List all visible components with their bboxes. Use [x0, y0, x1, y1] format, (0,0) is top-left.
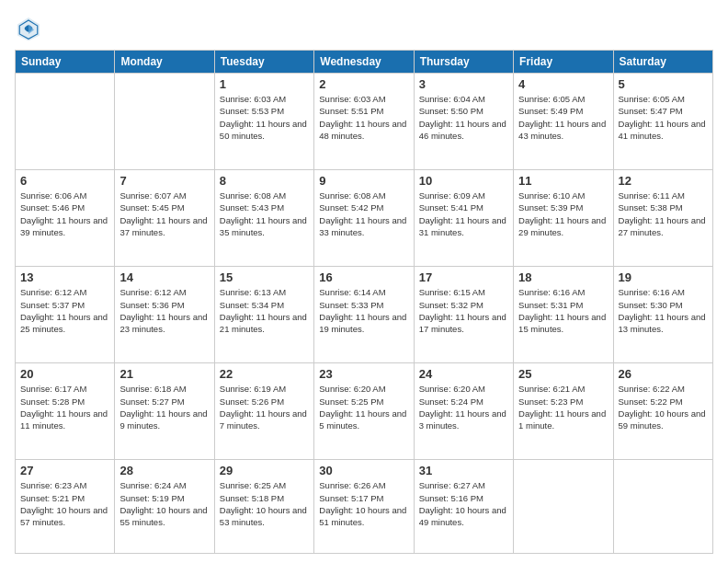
day-info: Sunrise: 6:08 AM Sunset: 5:42 PM Dayligh… — [319, 190, 408, 238]
day-number: 10 — [419, 174, 508, 188]
day-number: 4 — [518, 77, 608, 91]
day-number: 12 — [619, 174, 708, 188]
calendar-cell — [613, 460, 712, 554]
weekday-header: Monday — [115, 51, 214, 74]
day-number: 21 — [119, 367, 209, 381]
calendar-cell: 31Sunrise: 6:27 AM Sunset: 5:16 PM Dayli… — [414, 460, 513, 554]
day-number: 17 — [419, 270, 508, 284]
calendar-cell: 10Sunrise: 6:09 AM Sunset: 5:41 PM Dayli… — [414, 170, 513, 267]
day-info: Sunrise: 6:09 AM Sunset: 5:41 PM Dayligh… — [419, 190, 508, 238]
calendar-cell: 25Sunrise: 6:21 AM Sunset: 5:23 PM Dayli… — [514, 363, 613, 460]
day-number: 25 — [518, 367, 608, 381]
calendar-week-row: 6Sunrise: 6:06 AM Sunset: 5:46 PM Daylig… — [16, 170, 713, 267]
day-number: 23 — [319, 367, 408, 381]
calendar-cell: 2Sunrise: 6:03 AM Sunset: 5:51 PM Daylig… — [314, 74, 414, 170]
day-info: Sunrise: 6:16 AM Sunset: 5:30 PM Dayligh… — [619, 286, 708, 335]
day-number: 14 — [119, 270, 209, 284]
calendar-cell: 11Sunrise: 6:10 AM Sunset: 5:39 PM Dayli… — [514, 170, 613, 267]
calendar-cell: 19Sunrise: 6:16 AM Sunset: 5:30 PM Dayli… — [613, 267, 712, 363]
calendar-cell: 13Sunrise: 6:12 AM Sunset: 5:37 PM Dayli… — [16, 267, 115, 363]
calendar-table: SundayMondayTuesdayWednesdayThursdayFrid… — [15, 50, 713, 554]
calendar-week-row: 27Sunrise: 6:23 AM Sunset: 5:21 PM Dayli… — [16, 460, 713, 554]
day-info: Sunrise: 6:18 AM Sunset: 5:27 PM Dayligh… — [119, 383, 209, 431]
day-info: Sunrise: 6:19 AM Sunset: 5:26 PM Dayligh… — [220, 383, 309, 431]
day-number: 30 — [319, 464, 408, 477]
day-number: 13 — [20, 270, 109, 284]
day-info: Sunrise: 6:12 AM Sunset: 5:36 PM Dayligh… — [119, 286, 209, 335]
day-info: Sunrise: 6:07 AM Sunset: 5:45 PM Dayligh… — [119, 190, 209, 238]
day-info: Sunrise: 6:15 AM Sunset: 5:32 PM Dayligh… — [419, 286, 508, 335]
calendar-cell: 21Sunrise: 6:18 AM Sunset: 5:27 PM Dayli… — [115, 363, 214, 460]
day-number: 20 — [20, 367, 109, 381]
calendar-cell: 5Sunrise: 6:05 AM Sunset: 5:47 PM Daylig… — [613, 74, 712, 170]
page: SundayMondayTuesdayWednesdayThursdayFrid… — [0, 0, 728, 563]
day-number: 31 — [419, 464, 508, 477]
calendar-cell: 26Sunrise: 6:22 AM Sunset: 5:22 PM Dayli… — [613, 363, 712, 460]
header — [15, 15, 713, 42]
day-info: Sunrise: 6:14 AM Sunset: 5:33 PM Dayligh… — [319, 286, 408, 335]
calendar-cell: 27Sunrise: 6:23 AM Sunset: 5:21 PM Dayli… — [16, 460, 115, 554]
day-info: Sunrise: 6:27 AM Sunset: 5:16 PM Dayligh… — [419, 479, 508, 528]
day-info: Sunrise: 6:23 AM Sunset: 5:21 PM Dayligh… — [20, 479, 109, 528]
weekday-header: Tuesday — [214, 51, 313, 74]
weekday-header: Saturday — [613, 51, 712, 74]
calendar-cell — [514, 460, 613, 554]
day-info: Sunrise: 6:10 AM Sunset: 5:39 PM Dayligh… — [518, 190, 608, 238]
calendar-cell: 16Sunrise: 6:14 AM Sunset: 5:33 PM Dayli… — [314, 267, 414, 363]
calendar-cell: 23Sunrise: 6:20 AM Sunset: 5:25 PM Dayli… — [314, 363, 414, 460]
weekday-header: Sunday — [16, 51, 115, 74]
day-info: Sunrise: 6:24 AM Sunset: 5:19 PM Dayligh… — [119, 479, 209, 528]
calendar-cell: 8Sunrise: 6:08 AM Sunset: 5:43 PM Daylig… — [214, 170, 313, 267]
day-info: Sunrise: 6:22 AM Sunset: 5:22 PM Dayligh… — [619, 383, 708, 431]
calendar-cell: 29Sunrise: 6:25 AM Sunset: 5:18 PM Dayli… — [214, 460, 313, 554]
calendar-week-row: 20Sunrise: 6:17 AM Sunset: 5:28 PM Dayli… — [16, 363, 713, 460]
day-info: Sunrise: 6:21 AM Sunset: 5:23 PM Dayligh… — [518, 383, 608, 431]
day-info: Sunrise: 6:11 AM Sunset: 5:38 PM Dayligh… — [619, 190, 708, 238]
day-info: Sunrise: 6:05 AM Sunset: 5:47 PM Dayligh… — [619, 93, 708, 142]
calendar-week-row: 1Sunrise: 6:03 AM Sunset: 5:53 PM Daylig… — [16, 74, 713, 170]
calendar-cell: 30Sunrise: 6:26 AM Sunset: 5:17 PM Dayli… — [314, 460, 414, 554]
weekday-header-row: SundayMondayTuesdayWednesdayThursdayFrid… — [16, 51, 713, 74]
day-info: Sunrise: 6:08 AM Sunset: 5:43 PM Dayligh… — [220, 190, 309, 238]
calendar-cell: 15Sunrise: 6:13 AM Sunset: 5:34 PM Dayli… — [214, 267, 313, 363]
day-number: 15 — [220, 270, 309, 284]
day-number: 6 — [20, 174, 109, 188]
day-info: Sunrise: 6:20 AM Sunset: 5:24 PM Dayligh… — [419, 383, 508, 431]
calendar-cell: 9Sunrise: 6:08 AM Sunset: 5:42 PM Daylig… — [314, 170, 414, 267]
day-number: 27 — [20, 464, 109, 477]
day-number: 28 — [119, 464, 209, 477]
calendar-cell: 18Sunrise: 6:16 AM Sunset: 5:31 PM Dayli… — [514, 267, 613, 363]
day-number: 18 — [518, 270, 608, 284]
day-number: 7 — [119, 174, 209, 188]
day-number: 19 — [619, 270, 708, 284]
day-info: Sunrise: 6:04 AM Sunset: 5:50 PM Dayligh… — [419, 93, 508, 142]
day-number: 2 — [319, 77, 408, 91]
day-info: Sunrise: 6:20 AM Sunset: 5:25 PM Dayligh… — [319, 383, 408, 431]
day-info: Sunrise: 6:25 AM Sunset: 5:18 PM Dayligh… — [220, 479, 309, 528]
day-number: 22 — [220, 367, 309, 381]
day-number: 11 — [518, 174, 608, 188]
calendar-cell: 7Sunrise: 6:07 AM Sunset: 5:45 PM Daylig… — [115, 170, 214, 267]
day-number: 5 — [619, 77, 708, 91]
calendar-cell: 12Sunrise: 6:11 AM Sunset: 5:38 PM Dayli… — [613, 170, 712, 267]
weekday-header: Thursday — [414, 51, 513, 74]
day-number: 1 — [220, 77, 309, 91]
day-number: 16 — [319, 270, 408, 284]
day-info: Sunrise: 6:26 AM Sunset: 5:17 PM Dayligh… — [319, 479, 408, 528]
logo — [15, 15, 46, 42]
calendar-cell: 24Sunrise: 6:20 AM Sunset: 5:24 PM Dayli… — [414, 363, 513, 460]
weekday-header: Friday — [514, 51, 613, 74]
day-info: Sunrise: 6:13 AM Sunset: 5:34 PM Dayligh… — [220, 286, 309, 335]
logo-icon — [15, 15, 42, 42]
calendar-cell: 6Sunrise: 6:06 AM Sunset: 5:46 PM Daylig… — [16, 170, 115, 267]
calendar-cell: 1Sunrise: 6:03 AM Sunset: 5:53 PM Daylig… — [214, 74, 313, 170]
calendar-cell — [16, 74, 115, 170]
day-number: 29 — [220, 464, 309, 477]
calendar-cell: 28Sunrise: 6:24 AM Sunset: 5:19 PM Dayli… — [115, 460, 214, 554]
day-info: Sunrise: 6:16 AM Sunset: 5:31 PM Dayligh… — [518, 286, 608, 335]
day-info: Sunrise: 6:03 AM Sunset: 5:53 PM Dayligh… — [220, 93, 309, 142]
calendar-week-row: 13Sunrise: 6:12 AM Sunset: 5:37 PM Dayli… — [16, 267, 713, 363]
day-info: Sunrise: 6:03 AM Sunset: 5:51 PM Dayligh… — [319, 93, 408, 142]
calendar-cell: 4Sunrise: 6:05 AM Sunset: 5:49 PM Daylig… — [514, 74, 613, 170]
calendar-cell: 3Sunrise: 6:04 AM Sunset: 5:50 PM Daylig… — [414, 74, 513, 170]
